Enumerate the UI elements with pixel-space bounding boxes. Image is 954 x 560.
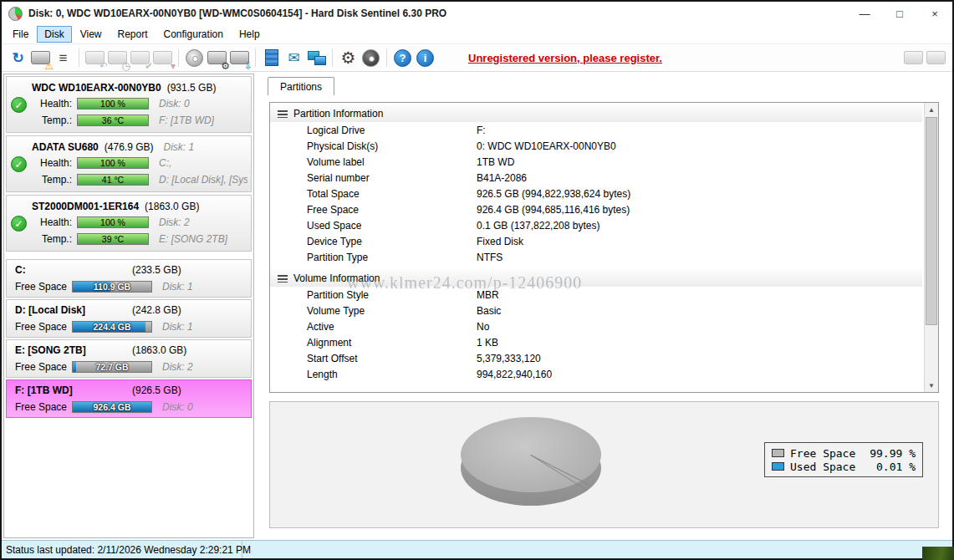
- settings-gear-icon[interactable]: ⚙: [337, 47, 360, 69]
- cd-disc-icon: [186, 49, 203, 67]
- disk-tools-icon[interactable]: ⚙: [206, 47, 228, 69]
- disc-dark-icon[interactable]: [360, 47, 382, 69]
- free-space-label: Free Space: [15, 401, 72, 413]
- health-bar: 100 %: [77, 157, 149, 169]
- disk-card-wdc[interactable]: ✓ WDC WD10EARX-00N0YB0 (931.5 GB) Health…: [6, 76, 252, 133]
- report-icon[interactable]: ≡: [52, 47, 74, 69]
- partition-disk-note: Disk: 2: [162, 361, 193, 373]
- pie-chart-panel: Free Space 99.99 % Used Space 0.01 %: [269, 401, 939, 528]
- health-row: Health: 100 % Disk: 2: [32, 214, 247, 231]
- scrollbar-thumb[interactable]: [926, 117, 937, 325]
- info-label: Logical Drive: [307, 125, 477, 136]
- chart-legend: Free Space 99.99 % Used Space 0.01 %: [764, 442, 923, 477]
- menu-report[interactable]: Report: [110, 26, 155, 43]
- temp-label: Temp.:: [32, 115, 72, 126]
- disk-card-seagate[interactable]: ✓ ST2000DM001-1ER164 (1863.0 GB) Health:…: [6, 195, 252, 252]
- info-value: B41A-2086: [477, 172, 527, 184]
- temp-row: Temp.: 39 °C E: [SONG 2TB]: [32, 231, 247, 247]
- free-space-value: 72.7 GB: [73, 362, 151, 372]
- menu-view[interactable]: View: [73, 26, 110, 43]
- legend-row-used: Used Space 0.01 %: [772, 460, 916, 473]
- info-label: Physical Disk(s): [307, 140, 477, 152]
- window-controls: — □ ×: [847, 2, 952, 25]
- free-space-row: Free Space 110.9 GB Disk: 1: [15, 277, 247, 295]
- temp-value: 41 °C: [78, 175, 148, 185]
- info-row: Start Offset5,379,333,120: [270, 350, 922, 366]
- legend-row-free: Free Space 99.99 %: [772, 446, 916, 460]
- disk-name: WDC WD10EARX-00N0YB0: [32, 82, 161, 94]
- disk-size: (931.5 GB): [167, 82, 217, 94]
- info-label: Alignment: [307, 337, 477, 349]
- status-text: Status last updated: 2/11/2026 Wednesday…: [2, 541, 242, 558]
- info-value: 926.4 GB (994,685,116,416 bytes): [477, 204, 630, 216]
- register-link[interactable]: Unregistered version, please register.: [468, 52, 662, 64]
- info-label: Serial number: [307, 172, 477, 184]
- disk-eject-icon[interactable]: ⇩: [228, 47, 251, 69]
- info-label: Length: [307, 369, 477, 380]
- refresh-icon[interactable]: ↻: [7, 47, 29, 69]
- free-space-label: Free Space: [15, 321, 72, 333]
- question-icon: ?: [394, 49, 411, 67]
- health-ok-icon: ✓: [11, 156, 27, 172]
- partition-name: D: [Local Disk]: [15, 304, 85, 316]
- partition-title-row: C: (233.5 GB): [15, 262, 247, 277]
- partition-disk-note: Disk: 1: [162, 321, 193, 333]
- minimize-button[interactable]: —: [847, 2, 882, 25]
- partition-title-row: D: [Local Disk] (242.8 GB): [15, 302, 247, 318]
- temp-value: 39 °C: [78, 234, 148, 244]
- health-bar: 100 %: [77, 216, 149, 228]
- disk-warning-icon[interactable]: ⚠: [29, 47, 52, 69]
- legend-label: Used Space: [790, 461, 855, 473]
- disk-size: (476.9 GB): [105, 141, 154, 153]
- free-space-bar: 72.7 GB: [72, 361, 152, 373]
- info-value: 0: WDC WD10EARX-00N0YB0: [477, 140, 616, 152]
- network-icon[interactable]: [305, 47, 328, 69]
- info-value: 926.5 GB (994,822,938,624 bytes): [477, 188, 630, 200]
- menu-help[interactable]: Help: [232, 26, 268, 43]
- list-lines-icon: [278, 275, 288, 283]
- partition-size: (242.8 GB): [132, 304, 181, 316]
- surface-test-icon[interactable]: [260, 47, 283, 69]
- main-area: Partitions Partition Information Logical…: [256, 72, 952, 540]
- scrollbar[interactable]: ▲ ▼: [924, 103, 938, 392]
- menubar: File Disk View Report Configuration Help: [2, 25, 952, 43]
- scrollbar-up-button[interactable]: ▲: [925, 103, 938, 116]
- menu-file[interactable]: File: [5, 26, 36, 43]
- health-note: Disk: 2: [159, 216, 190, 228]
- tab-partitions[interactable]: Partitions: [268, 77, 334, 95]
- free-space-row: Free Space 224.4 GB Disk: 1: [15, 318, 247, 335]
- mail-icon[interactable]: ✉: [283, 47, 305, 69]
- disk-size: (1863.0 GB): [145, 201, 199, 212]
- partition-name: E: [SONG 2TB]: [15, 344, 86, 356]
- device-copy-icon-1[interactable]: [902, 47, 925, 69]
- list-lines-icon: [278, 110, 288, 118]
- maximize-button[interactable]: □: [882, 2, 917, 25]
- undo-icon[interactable]: ↶: [84, 47, 106, 69]
- cdrom-icon[interactable]: [183, 47, 206, 69]
- disk-export-icon[interactable]: ▾: [151, 47, 174, 69]
- partition-card-f-selected[interactable]: F: [1TB WD] (926.5 GB) Free Space 926.4 …: [6, 379, 252, 418]
- desktop-wallpaper-corner: [922, 547, 954, 560]
- schedule-icon[interactable]: ◷: [106, 47, 129, 69]
- close-button[interactable]: ×: [917, 2, 952, 25]
- disk-title-row: ADATA SU680 (476.9 GB) Disk: 1: [32, 139, 247, 155]
- info-label: Used Space: [307, 220, 477, 232]
- menu-configuration[interactable]: Configuration: [156, 26, 231, 43]
- partition-card-c[interactable]: C: (233.5 GB) Free Space 110.9 GB Disk: …: [6, 259, 252, 298]
- partition-card-e[interactable]: E: [SONG 2TB] (1863.0 GB) Free Space 72.…: [6, 339, 252, 378]
- info-value: NTFS: [477, 252, 503, 263]
- info-value: 1 KB: [477, 337, 498, 349]
- scrollbar-down-button[interactable]: ▼: [925, 379, 938, 392]
- info-label: Active: [307, 321, 477, 333]
- partition-card-d[interactable]: D: [Local Disk] (242.8 GB) Free Space 22…: [6, 299, 252, 338]
- info-row: Used Space0.1 GB (137,822,208 bytes): [270, 217, 922, 233]
- device-copy-icon-2[interactable]: [925, 47, 947, 69]
- disk-check-icon[interactable]: ✔: [129, 47, 151, 69]
- health-label: Health:: [32, 216, 72, 228]
- info-value: No: [477, 321, 489, 333]
- menu-disk[interactable]: Disk: [37, 26, 71, 43]
- help-icon[interactable]: ?: [391, 47, 414, 69]
- disk-card-adata[interactable]: ✓ ADATA SU680 (476.9 GB) Disk: 1 Health:…: [6, 135, 252, 192]
- section-title: Partition Information: [293, 108, 383, 120]
- info-icon[interactable]: i: [414, 47, 436, 69]
